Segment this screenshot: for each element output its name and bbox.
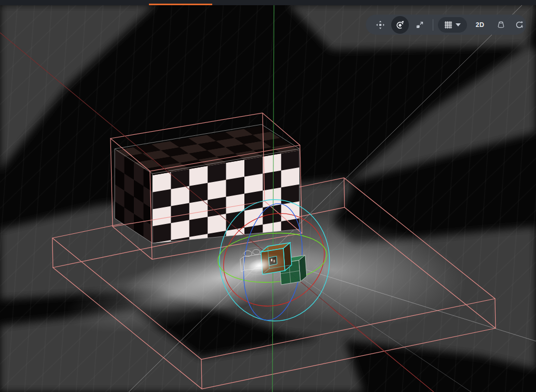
refresh-icon xyxy=(515,20,524,30)
toolbar-divider xyxy=(433,19,433,31)
active-tab-indicator xyxy=(149,4,212,5)
toggle-2d-button[interactable]: 2D xyxy=(470,21,490,29)
refresh-view-button[interactable] xyxy=(512,17,527,33)
move-icon xyxy=(376,20,385,30)
viewport-3d[interactable] xyxy=(0,0,536,392)
frustum-icon xyxy=(496,20,506,30)
grid-settings-button[interactable] xyxy=(438,17,467,33)
scene-canvas[interactable] xyxy=(0,0,536,392)
grid-icon xyxy=(444,21,452,29)
viewport-toolbar: 2D xyxy=(366,15,526,35)
window-topbar xyxy=(0,0,536,5)
frame-view-button[interactable] xyxy=(412,17,428,33)
orbit-tool-button[interactable] xyxy=(391,16,409,34)
pan-tool-button[interactable] xyxy=(373,17,388,33)
orbit-icon xyxy=(395,20,405,30)
expand-icon xyxy=(415,20,424,30)
caret-down-icon xyxy=(456,23,461,26)
perspective-toggle-button[interactable] xyxy=(493,17,508,33)
